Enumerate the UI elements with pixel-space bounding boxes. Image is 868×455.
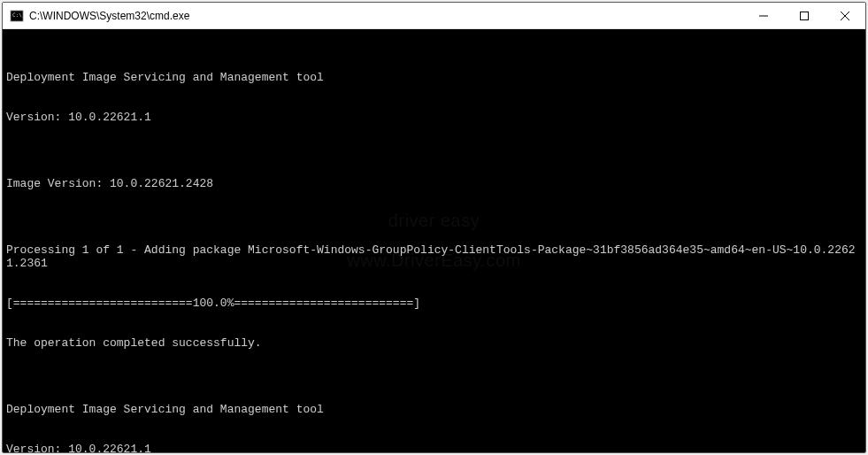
svg-text:C:\: C:\ [12, 12, 22, 18]
terminal-line: The operation completed successfully. [6, 336, 862, 350]
maximize-icon [800, 12, 809, 20]
terminal-line: Version: 10.0.22621.1 [6, 443, 862, 452]
terminal-line: Image Version: 10.0.22621.2428 [6, 177, 862, 190]
watermark-line1: driver easy [347, 214, 520, 228]
terminal-line: Deployment Image Servicing and Managemen… [6, 403, 862, 416]
minimize-button[interactable] [743, 3, 784, 28]
terminal-output[interactable]: driver easy www.DriverEasy.com Deploymen… [3, 29, 865, 452]
cmd-window: C:\ C:\WINDOWS\System32\cmd.exe [2, 2, 866, 453]
minimize-icon [759, 12, 768, 20]
svg-rect-3 [801, 12, 809, 19]
titlebar[interactable]: C:\ C:\WINDOWS\System32\cmd.exe [3, 3, 865, 29]
terminal-line: [==========================100.0%=======… [6, 297, 862, 310]
close-icon [841, 12, 849, 20]
close-button[interactable] [825, 3, 865, 28]
watermark: driver easy www.DriverEasy.com [347, 188, 520, 294]
titlebar-buttons [743, 3, 865, 28]
maximize-button[interactable] [784, 3, 825, 28]
terminal-line: Version: 10.0.22621.1 [6, 111, 862, 124]
cmd-icon: C:\ [10, 9, 24, 23]
window-title: C:\WINDOWS\System32\cmd.exe [29, 10, 189, 22]
terminal-line: Deployment Image Servicing and Managemen… [6, 71, 862, 84]
terminal-line: Processing 1 of 1 - Adding package Micro… [6, 243, 862, 270]
